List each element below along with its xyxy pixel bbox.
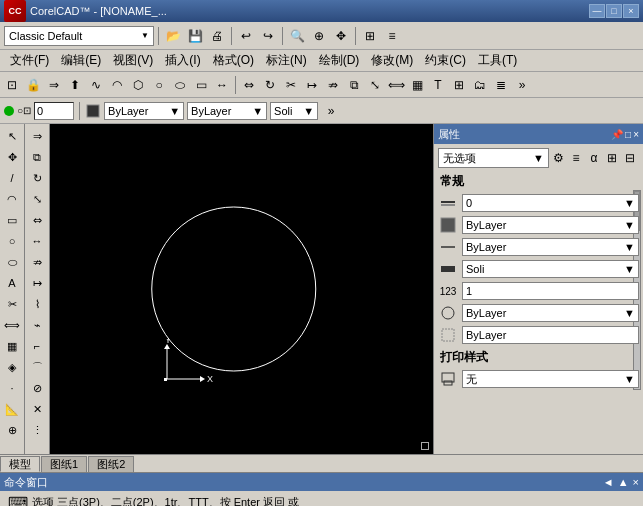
mirror-icon[interactable]: ⇔ xyxy=(239,75,259,95)
lt2-mirror[interactable]: ⇔ xyxy=(27,210,47,230)
prop-alpha-icon[interactable]: α xyxy=(585,149,603,167)
prop-config-icon[interactable]: ⚙ xyxy=(549,149,567,167)
tab-layout2[interactable]: 图纸2 xyxy=(88,456,134,472)
menu-view[interactable]: 视图(V) xyxy=(107,51,159,71)
layer-value[interactable]: 0 ▼ xyxy=(462,194,639,212)
plotcolor-value[interactable]: ByLayer ▼ xyxy=(462,304,639,322)
lt2-explode[interactable]: ⊘ xyxy=(27,378,47,398)
linetype-select[interactable]: ByLayer ▼ xyxy=(187,102,267,120)
prop-expand-icon[interactable]: ⊞ xyxy=(603,149,621,167)
layer-icon[interactable]: 🗂 xyxy=(470,75,490,95)
cmd-ctrl-left[interactable]: ◄ xyxy=(603,476,614,488)
prop-panel-float[interactable]: □ xyxy=(625,129,631,140)
num-value[interactable]: 1 xyxy=(462,282,639,300)
trim-icon[interactable]: ✂ xyxy=(281,75,301,95)
print-icon[interactable]: 🖨 xyxy=(207,26,227,46)
copy-icon[interactable]: ⧉ xyxy=(344,75,364,95)
lt-dim2[interactable]: ⟺ xyxy=(2,315,22,335)
move-icon[interactable]: ↔ xyxy=(212,75,232,95)
lt-hatch2[interactable]: ▦ xyxy=(2,336,22,356)
scale-icon[interactable]: ⤡ xyxy=(365,75,385,95)
menu-modify[interactable]: 修改(M) xyxy=(365,51,419,71)
hatch-icon[interactable]: ▦ xyxy=(407,75,427,95)
color-select[interactable]: ByLayer ▼ xyxy=(104,102,184,120)
lt-rect2[interactable]: ▭ xyxy=(2,210,22,230)
zoom2-icon[interactable]: ⊕ xyxy=(309,26,329,46)
menu-format[interactable]: 格式(O) xyxy=(207,51,260,71)
grid-icon[interactable]: ⊞ xyxy=(360,26,380,46)
undo-icon[interactable]: ↩ xyxy=(236,26,256,46)
lt-coord[interactable]: ⊕ xyxy=(2,420,22,440)
lt-select[interactable]: ↖ xyxy=(2,126,22,146)
prop-list-icon[interactable]: ≡ xyxy=(567,149,585,167)
lt2-break[interactable]: ⌇ xyxy=(27,294,47,314)
list-icon[interactable]: ≡ xyxy=(382,26,402,46)
lt2-chamfer[interactable]: ⌐ xyxy=(27,336,47,356)
block-icon[interactable]: ⊞ xyxy=(449,75,469,95)
curve-icon[interactable]: ∿ xyxy=(86,75,106,95)
arr2-icon[interactable]: ⬆ xyxy=(65,75,85,95)
arc-icon[interactable]: ◠ xyxy=(107,75,127,95)
menu-file[interactable]: 文件(F) xyxy=(4,51,55,71)
lt-ellipse2[interactable]: ⬭ xyxy=(2,252,22,272)
lt-fill[interactable]: ◈ xyxy=(2,357,22,377)
lt2-copy[interactable]: ⧉ xyxy=(27,147,47,167)
menu-tools[interactable]: 工具(T) xyxy=(472,51,523,71)
redo-icon[interactable]: ↪ xyxy=(258,26,278,46)
prop-extra-icon[interactable]: » xyxy=(321,101,341,121)
cmd-ctrl-close[interactable]: × xyxy=(633,476,639,488)
lock-icon[interactable]: 🔒 xyxy=(23,75,43,95)
linetype-value2[interactable]: ByLayer ▼ xyxy=(462,238,639,256)
prop-panel-pin[interactable]: 📌 xyxy=(611,129,623,140)
pan-icon[interactable]: ✥ xyxy=(331,26,351,46)
cmd-ctrl-expand[interactable]: ▲ xyxy=(618,476,629,488)
prop-panel-close[interactable]: × xyxy=(633,129,639,140)
color-value2[interactable]: ByLayer ▼ xyxy=(462,216,639,234)
lt-text2[interactable]: A xyxy=(2,273,22,293)
rect-icon[interactable]: ▭ xyxy=(191,75,211,95)
maximize-button[interactable]: □ xyxy=(606,4,622,18)
lt2-stretch[interactable]: ↔ xyxy=(27,231,47,251)
ellipse-icon[interactable]: ⬭ xyxy=(170,75,190,95)
snap-icon[interactable]: ⊡ xyxy=(2,75,22,95)
close-button[interactable]: × xyxy=(623,4,639,18)
lt-line[interactable]: / xyxy=(2,168,22,188)
lt2-more2[interactable]: ⋮ xyxy=(27,420,47,440)
plotstyle-value[interactable]: ByLayer xyxy=(462,326,639,344)
minimize-button[interactable]: — xyxy=(589,4,605,18)
lt-trim2[interactable]: ✂ xyxy=(2,294,22,314)
tab-layout1[interactable]: 图纸1 xyxy=(41,456,87,472)
lt-measure[interactable]: 📐 xyxy=(2,399,22,419)
lt2-join[interactable]: ⌁ xyxy=(27,315,47,335)
menu-draw[interactable]: 绘制(D) xyxy=(313,51,366,71)
more-icon[interactable]: » xyxy=(512,75,532,95)
lt2-move[interactable]: ⇒ xyxy=(27,126,47,146)
layer-input[interactable]: 0 xyxy=(34,102,74,120)
poly-icon[interactable]: ⬡ xyxy=(128,75,148,95)
zoom-icon[interactable]: 🔍 xyxy=(287,26,307,46)
text-icon[interactable]: T xyxy=(428,75,448,95)
save-icon[interactable]: 💾 xyxy=(185,26,205,46)
lt2-fillet[interactable]: ⌒ xyxy=(27,357,47,377)
style-dropdown[interactable]: Classic Default ▼ xyxy=(4,26,154,46)
lt2-scale[interactable]: ⤡ xyxy=(27,189,47,209)
lt-circle2[interactable]: ○ xyxy=(2,231,22,251)
menu-edit[interactable]: 编辑(E) xyxy=(55,51,107,71)
tab-model[interactable]: 模型 xyxy=(0,456,40,472)
circle-icon[interactable]: ○ xyxy=(149,75,169,95)
menu-annotate[interactable]: 标注(N) xyxy=(260,51,313,71)
extend-icon[interactable]: ↦ xyxy=(302,75,322,95)
lt2-offset2[interactable]: ⇏ xyxy=(27,252,47,272)
lw-value[interactable]: Soli ▼ xyxy=(462,260,639,278)
menu-insert[interactable]: 插入(I) xyxy=(159,51,206,71)
dim-icon[interactable]: ⟺ xyxy=(386,75,406,95)
offset-icon[interactable]: ⇏ xyxy=(323,75,343,95)
lt-pan2[interactable]: ✥ xyxy=(2,147,22,167)
arr-icon[interactable]: ⇒ xyxy=(44,75,64,95)
prop-icon[interactable]: ≣ xyxy=(491,75,511,95)
lt2-rotate[interactable]: ↻ xyxy=(27,168,47,188)
prop-collapse-icon[interactable]: ⊟ xyxy=(621,149,639,167)
print-value[interactable]: 无 ▼ xyxy=(462,370,639,388)
lt-arc2[interactable]: ◠ xyxy=(2,189,22,209)
lt2-delete[interactable]: ✕ xyxy=(27,399,47,419)
